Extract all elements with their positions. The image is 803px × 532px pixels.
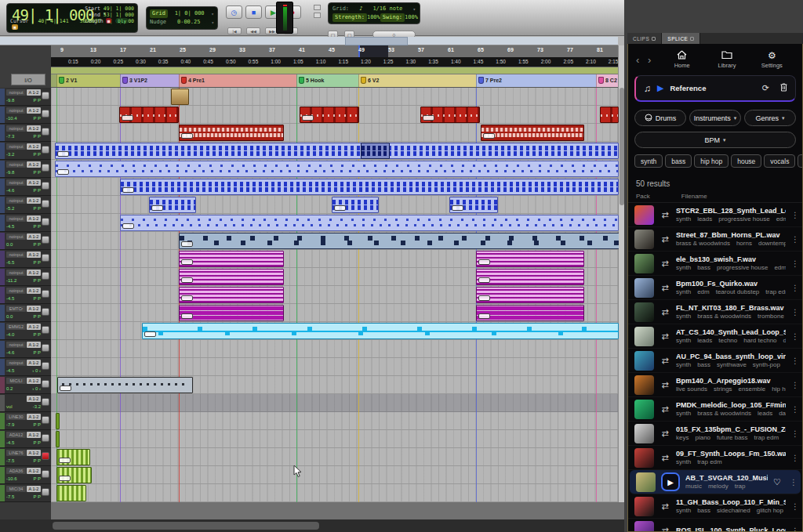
resync-icon[interactable]: ⇄ — [659, 234, 670, 244]
resync-icon[interactable]: ⇄ — [659, 429, 670, 439]
resync-icon[interactable]: ⇄ — [659, 453, 670, 463]
row-menu-icon[interactable]: ⋮ — [791, 235, 798, 244]
output-selector[interactable]: A 1-2 — [27, 125, 41, 132]
track-option-button[interactable] — [42, 326, 49, 334]
vol-value[interactable]: -5.2 — [6, 205, 14, 212]
locate-button[interactable]: |◀ — [227, 27, 242, 34]
reference-player-card[interactable]: ♫ ▶ Reference ⟳ — [634, 75, 796, 102]
input-selector[interactable]: noinput — [6, 360, 26, 366]
pack-artwork[interactable] — [634, 400, 654, 419]
input-selector[interactable]: noinput — [6, 161, 26, 168]
pan-value[interactable]: P P — [33, 313, 41, 320]
drums-filter-button[interactable]: Drums — [634, 110, 686, 126]
marker-flag-icon[interactable] — [478, 77, 484, 84]
track-option-button[interactable] — [42, 164, 49, 172]
horizontal-scrollbar-handle[interactable] — [53, 522, 319, 530]
arrangement-area[interactable] — [51, 88, 619, 502]
input-selector[interactable]: noinput — [6, 179, 26, 186]
audio-clip[interactable] — [179, 269, 284, 285]
sample-row[interactable]: ▶AB_T_SVGAR_120_Music_Loop_Line_musicmel… — [630, 470, 801, 494]
pack-artwork[interactable] — [634, 205, 654, 225]
audio-clip[interactable] — [476, 251, 584, 267]
row-menu-icon[interactable]: ⋮ — [791, 332, 798, 341]
pan-value[interactable]: › 0 ‹ — [32, 385, 41, 393]
vol-value[interactable]: -7.5 — [6, 494, 14, 501]
audio-clip[interactable] — [420, 107, 480, 123]
stop-button[interactable]: ■ — [245, 5, 262, 19]
track-option-button[interactable] — [42, 200, 49, 208]
track-channel-strip[interactable]: noinputA 1-2-4.5P P — [0, 214, 51, 232]
sample-row[interactable]: ⇄Bpm100_Fs_Quirko.wavsynthedmtearout dub… — [628, 276, 802, 300]
sample-row[interactable]: ⇄11_GH_Bass_Loop_110_F_Min_SC.wavsynthba… — [628, 494, 802, 519]
track-option-button[interactable] — [42, 110, 49, 118]
audio-clip[interactable] — [171, 89, 189, 105]
refresh-icon[interactable]: ⟳ — [762, 83, 769, 93]
output-selector[interactable]: A 1-2 — [27, 432, 41, 438]
grid-nudge-display[interactable]: Grid1| 0| 000▾ Nudge0-00.25▾ — [146, 6, 218, 30]
pan-value[interactable]: P P — [33, 241, 41, 248]
audio-clip[interactable] — [120, 179, 619, 195]
track-option-button[interactable] — [42, 182, 49, 190]
track-channel-strip[interactable]: A 1-2vol-3.2 — [0, 394, 51, 412]
output-selector[interactable]: A 1-2 — [27, 378, 41, 384]
pan-value[interactable]: P P — [33, 277, 41, 284]
output-selector[interactable]: A 1-2 — [27, 468, 41, 474]
pack-artwork[interactable] — [634, 230, 654, 249]
track-option-button[interactable] — [42, 290, 49, 298]
sample-row[interactable]: ⇄AT_CS_140_Synth_Lead_Loop_Shifter_C#syn… — [628, 324, 802, 349]
vol-value[interactable]: -4.5 — [6, 295, 14, 302]
row-menu-icon[interactable]: ⋮ — [791, 527, 798, 532]
row-menu-icon[interactable]: ⋮ — [791, 284, 798, 292]
audio-clip[interactable] — [179, 287, 284, 303]
resync-icon[interactable]: ⇄ — [659, 356, 670, 366]
output-selector[interactable]: A 1-2 — [27, 342, 41, 348]
record-enable-button[interactable] — [42, 452, 49, 460]
pan-value[interactable]: P P — [33, 115, 41, 122]
row-menu-icon[interactable]: ⋮ — [791, 259, 798, 268]
pan-value[interactable]: P P — [33, 223, 41, 230]
sample-row[interactable]: ⇄PMDK_melodic_loop_105_F#min_brass.wasyn… — [628, 397, 802, 422]
track-option-button[interactable] — [42, 398, 49, 406]
pan-value[interactable]: › 0 ‹ — [32, 367, 41, 375]
pan-value[interactable]: P P — [33, 259, 41, 266]
universe-viewport[interactable] — [345, 37, 408, 45]
audio-clip[interactable] — [56, 467, 92, 483]
back-icon[interactable]: ‹ — [636, 54, 648, 66]
vol-value[interactable]: -10.4 — [6, 115, 17, 122]
track-option-button[interactable] — [42, 92, 49, 100]
resync-icon[interactable]: ⇄ — [659, 307, 670, 317]
audio-clip[interactable] — [300, 107, 359, 123]
pan-value[interactable]: P P — [33, 187, 41, 194]
track-option-button[interactable] — [42, 308, 49, 316]
track-channel-strip[interactable]: LINE76A 1-2-7.5P P — [0, 448, 51, 466]
tag-chip[interactable]: rnb — [798, 154, 802, 168]
track-channel-strip[interactable]: noinputA 1-2-9.8P P — [0, 88, 51, 106]
audio-clip[interactable] — [56, 431, 60, 447]
track-channel-strip[interactable]: noinputA 1-2-5.2P P — [0, 196, 51, 214]
track-channel-strip[interactable]: ADA12A 1-2-4.5P P — [0, 430, 51, 448]
track-option-button[interactable] — [42, 344, 49, 352]
output-selector[interactable]: A 1-2 — [27, 179, 41, 186]
input-selector[interactable]: EMM12 — [6, 324, 26, 330]
track-option-button[interactable] — [42, 434, 49, 442]
resync-icon[interactable]: ⇄ — [659, 526, 670, 532]
pack-artwork[interactable] — [634, 302, 654, 322]
trash-icon[interactable] — [780, 83, 787, 93]
pack-artwork[interactable] — [634, 278, 654, 298]
tag-chip[interactable]: hip hop — [694, 154, 729, 168]
vol-value[interactable]: -7.3 — [6, 133, 14, 140]
row-menu-icon[interactable]: ⋮ — [790, 478, 796, 487]
output-selector[interactable]: A 1-2 — [27, 233, 41, 240]
instruments-filter-button[interactable]: Instruments▾ — [689, 110, 741, 126]
main-counter-display[interactable]: 49| 1| 000 ▾ Start49| 1| 000 End53| 1| 0… — [6, 3, 138, 33]
pack-artwork[interactable] — [634, 254, 654, 273]
pan-value[interactable]: P P — [33, 458, 41, 465]
locate-button[interactable]: ◀◀ — [246, 27, 260, 34]
track-channel-strip[interactable]: noinputA 1-2-7.3P P — [0, 124, 51, 142]
audio-clip[interactable] — [142, 323, 619, 339]
output-selector[interactable]: A 1-2 — [27, 414, 41, 420]
track-option-button[interactable] — [42, 218, 49, 226]
output-selector[interactable]: A 1-2 — [27, 486, 41, 492]
input-selector[interactable]: noinput — [6, 233, 26, 240]
nudge-dropdown-icon[interactable]: ▾ — [211, 18, 214, 27]
